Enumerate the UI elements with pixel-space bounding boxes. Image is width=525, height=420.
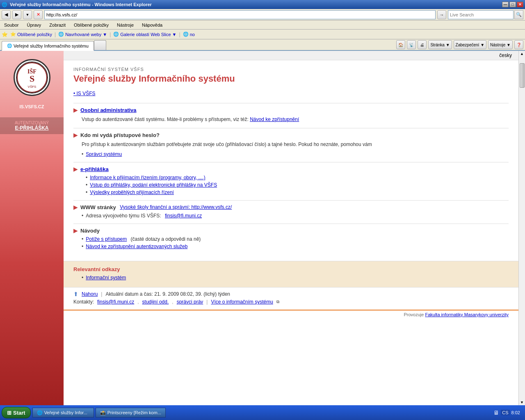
footer-sep-4: | xyxy=(206,299,208,305)
scroll-up-btn[interactable]: ▲ xyxy=(519,51,525,57)
bookmark-no-label: no xyxy=(190,32,195,37)
tab-label: Veřejné služby Informačního systému xyxy=(14,43,89,48)
nahoru-link[interactable]: Nahoru xyxy=(82,291,98,297)
osobni-link[interactable]: Osobní administrativa xyxy=(80,107,137,113)
more-info-link[interactable]: Více o informačním systému xyxy=(211,299,273,305)
bookmark-label: Oblíbené položky xyxy=(17,32,52,37)
menu-oblibene[interactable]: Oblíbené položky xyxy=(71,22,111,28)
section-eprihlaska: ▶ e-přihláška • Informace k přijímacím ř… xyxy=(73,166,509,195)
print-button[interactable]: 🖨 xyxy=(418,40,427,49)
bookmark-navrhowane[interactable]: 🌐 Navrhované weby ▼ xyxy=(58,32,107,37)
vysledky-link[interactable]: Výsledky proběhlých přijímacích řízení xyxy=(90,189,174,195)
lang-bar: česky xyxy=(64,51,518,60)
page-button[interactable]: Stránka ▼ xyxy=(428,40,452,49)
informacni-system-link[interactable]: Informační systém xyxy=(86,275,126,281)
adresa-text: Adresa vývojového týmu IS VŠFS: xyxy=(86,213,162,219)
footer-sep-2: , xyxy=(137,299,139,305)
menu-upravy[interactable]: Úpravy xyxy=(24,22,43,28)
section-osobni-header: ▶ Osobní administrativa xyxy=(73,107,509,113)
section-navody-header: ▶ Návody xyxy=(73,227,509,234)
bookmark-galerie[interactable]: 🌐 Galerie oblastí Web Slice ▼ xyxy=(113,32,176,37)
rss-button[interactable]: 📡 xyxy=(407,40,416,49)
home-button[interactable]: 🏠 xyxy=(396,40,405,49)
tab-icon: 🌐 xyxy=(7,43,12,48)
browser-icon: 🌐 xyxy=(2,2,7,7)
minimize-button[interactable]: — xyxy=(502,2,509,7)
forward-button[interactable]: ▶ xyxy=(12,10,21,19)
bookmark-icon: ⭐ xyxy=(10,32,16,37)
site-label: IS.VSFS.CZ xyxy=(20,104,44,109)
contact-studijni-link[interactable]: studijní odd. xyxy=(142,299,169,305)
tab-empty[interactable] xyxy=(94,40,106,50)
potize-item: • Potíže s přístupem (časté dotazy a odp… xyxy=(82,236,509,242)
dropdown-button[interactable]: ▼ xyxy=(23,10,32,19)
help-button[interactable]: ❓ xyxy=(514,40,523,49)
arrow-icon-navody: ▶ xyxy=(73,227,78,234)
footer-line-2: Kontakty: finsis@fi.muni.cz , studijní o… xyxy=(73,299,509,305)
spravci-link[interactable]: Správci systému xyxy=(86,151,122,157)
security-button[interactable]: Zabezpečení ▼ xyxy=(454,40,487,49)
content-area: INFORMAČNÍ SYSTÉM VŠFS Veřejné služby In… xyxy=(64,60,518,261)
arrow-icon-osobni: ▶ xyxy=(73,107,78,113)
divider-5 xyxy=(73,224,509,224)
main-content: česky INFORMAČNÍ SYSTÉM VŠFS Veřejné slu… xyxy=(64,51,518,405)
adresa-item: • Adresa vývojového týmu IS VŠFS: finsis… xyxy=(82,213,509,219)
contact-finsis-link[interactable]: finsis@fi.muni.cz xyxy=(97,299,134,305)
go-button[interactable]: → xyxy=(437,10,446,19)
arrow-icon-heslo: ▶ xyxy=(73,132,78,138)
finsis-link[interactable]: finsis@fi.muni.cz xyxy=(165,213,202,219)
vstup-prihlaska-link[interactable]: Vstup do přihlášky, podání elektronické … xyxy=(90,182,217,188)
navod-link[interactable]: Návod ke zpřístupnění autentizovaných sl… xyxy=(86,244,187,249)
up-circle-icon: ⬆ xyxy=(73,291,78,297)
section-heslo-header: ▶ Kdo mi vydá přístupové heslo? xyxy=(73,132,509,138)
menu-napoveda[interactable]: Nápověda xyxy=(139,22,165,28)
divider-4 xyxy=(73,200,509,201)
informace-link[interactable]: Informace k přijímacím řízením (programy… xyxy=(90,175,205,180)
bullet-spravci: • xyxy=(82,151,83,157)
scrollbar[interactable]: ▲ ▼ xyxy=(518,51,525,405)
menu-soubor[interactable]: Soubor xyxy=(2,22,21,28)
search-area: 🔍 xyxy=(448,10,523,19)
back-button[interactable]: ◀ xyxy=(2,10,11,19)
navod-zpristupneni-link[interactable]: Návod ke zpřístupnění xyxy=(250,116,299,122)
bookmark-no[interactable]: 🌐 no xyxy=(183,32,195,37)
provider-line: Provozuje Fakulta informatiky Masarykovy… xyxy=(64,310,518,320)
auth-section: AUTENTIZOVANÝ E-PŘIHLÁŠKA xyxy=(0,117,64,134)
osobni-text: Vstup do autentizované části systému. Má… xyxy=(82,116,509,123)
bullet-adresa: • xyxy=(82,213,83,219)
bookmark-no-icon: 🌐 xyxy=(183,32,189,37)
refresh-button[interactable]: ✕ xyxy=(34,10,43,19)
vsfs-www-link[interactable]: Vysoké školy finanční a správní: http://… xyxy=(120,204,232,210)
contact-spravci-link[interactable]: správci práv xyxy=(177,299,203,305)
bookmark-oblibene[interactable]: ⭐ Oblíbené položky xyxy=(10,32,52,37)
eprihlaska-link[interactable]: E-PŘIHLÁŠKA xyxy=(3,125,60,131)
scroll-thumb[interactable] xyxy=(520,63,525,88)
menu-bar: Soubor Úpravy Zobrazit Oblíbené položky … xyxy=(0,21,525,30)
relevant-section: Relevantní odkazy • Informační systém xyxy=(64,261,518,287)
eprihlaska-title[interactable]: e-přihláška xyxy=(80,166,109,172)
menu-zobrazit[interactable]: Zobrazit xyxy=(47,22,68,28)
navod-item: • Návod ke zpřístupnění autentizovaných … xyxy=(82,244,509,249)
bullet-potize: • xyxy=(82,236,83,242)
bullet-vstup: • Vstup do přihlášky, podání elektronick… xyxy=(86,182,509,188)
provider-link[interactable]: Fakulta informatiky Masarykovy univerzit… xyxy=(425,312,509,317)
relevant-item: • Informační systém xyxy=(82,275,509,281)
menu-nastroje[interactable]: Nástroje xyxy=(114,22,136,28)
section-www-header: ▶ WWW stránky Vysoké školy finanční a sp… xyxy=(73,204,509,210)
footer-sep-3: , xyxy=(172,299,173,305)
potize-link[interactable]: Potíže s přístupem xyxy=(86,236,127,242)
divider-2 xyxy=(73,128,509,128)
search-button[interactable]: 🔍 xyxy=(514,10,523,19)
tab-main[interactable]: 🌐 Veřejné služby Informačního systému xyxy=(2,41,94,51)
address-bar[interactable] xyxy=(44,10,436,19)
tools-button[interactable]: Nástroje ▼ xyxy=(488,40,513,49)
close-button[interactable]: ✕ xyxy=(517,2,523,7)
svg-text:VŠFS: VŠFS xyxy=(27,85,36,89)
live-search-input[interactable] xyxy=(448,10,514,19)
relevant-bullet: • xyxy=(82,275,83,281)
scroll-down-btn[interactable]: ▼ xyxy=(519,399,525,405)
navody-title: Návody xyxy=(80,228,100,234)
maximize-button[interactable]: □ xyxy=(509,2,516,7)
bookmark-gal-label: Galerie oblastí Web Slice ▼ xyxy=(120,32,176,37)
is-vsfs-link[interactable]: • IS VŠFS xyxy=(73,91,509,96)
